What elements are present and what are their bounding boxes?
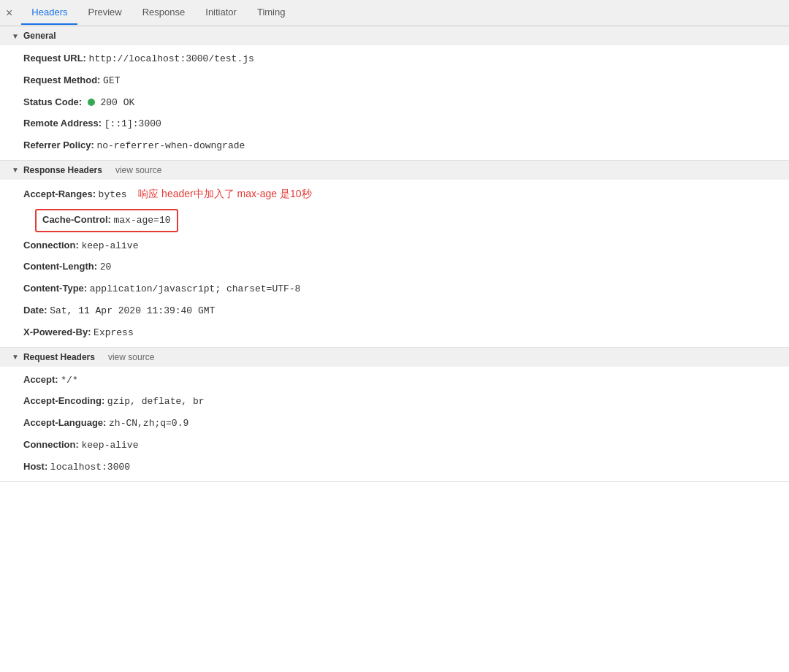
request-headers-triangle: ▼ [12,353,19,361]
field-date: Date: Sat, 11 Apr 2020 11:39:40 GMT [0,300,789,322]
general-fields: Request URL: http://localhost:3000/test.… [0,45,789,160]
response-headers-view-source[interactable]: view source [115,165,161,175]
tab-timing[interactable]: Timing [247,1,296,25]
field-value-accept-language-val: zh-CN,zh;q=0.9 [109,418,188,429]
field-name-content-length: Content-Length: [23,261,97,272]
field-name-x-powered-by: X-Powered-By: [23,327,91,337]
field-request-method: Request Method: GET [0,70,789,92]
field-content-type: Content-Type: application/javascript; ch… [0,278,789,300]
field-name-status: Status Code: [23,96,82,107]
field-req-connection: Connection: keep-alive [0,435,789,457]
cache-control-highlight-box: Cache-Control: max-age=10 [35,209,178,232]
field-value-x-powered-by-val: Express [94,327,134,338]
field-name-cache-control: Cache-Control: [42,214,111,225]
annotation-max-age: 响应 header中加入了 max-age 是10秒 [138,188,311,199]
response-headers-section-header[interactable]: ▼ Response Headers view source [0,161,789,180]
field-name-accept-encoding: Accept-Encoding: [23,395,104,406]
tab-response[interactable]: Response [132,1,196,25]
field-content-length: Content-Length: 20 [0,256,789,278]
field-value-accept-ranges-val: bytes [99,189,127,200]
request-headers-section-header[interactable]: ▼ Request Headers view source [0,348,789,367]
general-triangle: ▼ [12,32,19,40]
field-accept: Accept: */* [0,370,789,392]
field-name-request-url: Request URL: [23,53,86,64]
field-x-powered-by: X-Powered-By: Express [0,322,789,344]
field-value-accept-encoding-val: gzip, deflate, br [107,396,205,407]
field-value-cache-control-val: max-age=10 [114,215,171,226]
response-headers-section: ▼ Response Headers view source Accept-Ra… [0,161,789,348]
field-value-req-connection-val: keep-alive [81,440,138,451]
field-value-content-type-val: application/javascript; charset=UTF-8 [90,283,301,294]
field-value-content-length-val: 20 [100,261,112,272]
field-request-url: Request URL: http://localhost:3000/test.… [0,48,789,70]
field-value-referrer-val: no-referrer-when-downgrade [96,140,245,151]
field-cache-control-wrapper: Cache-Control: max-age=10 [0,206,789,235]
field-value-status: 200 OK [100,97,134,108]
field-accept-language: Accept-Language: zh-CN,zh;q=0.9 [0,413,789,435]
request-headers-title: Request Headers [23,352,95,362]
response-headers-fields: Accept-Ranges: bytes 响应 header中加入了 max-a… [0,180,789,347]
content-area: ▼ General Request URL: http://localhost:… [0,26,789,672]
field-name-accept-language: Accept-Language: [23,417,106,428]
field-name-connection: Connection: [23,240,79,251]
general-section: ▼ General Request URL: http://localhost:… [0,26,789,161]
field-connection: Connection: keep-alive [0,235,789,257]
tab-initiator[interactable]: Initiator [195,1,247,25]
field-name-host: Host: [23,461,47,472]
field-name-date: Date: [23,305,47,316]
request-headers-fields: Accept: */* Accept-Encoding: gzip, defla… [0,367,789,481]
request-headers-section: ▼ Request Headers view source Accept: */… [0,348,789,482]
response-headers-title: Response Headers [23,165,102,175]
tab-headers[interactable]: Headers [21,1,77,25]
field-name-content-type: Content-Type: [23,283,87,294]
field-value-accept-val: */* [61,375,77,386]
field-name-request-method: Request Method: [23,75,100,85]
field-value-host-val: localhost:3000 [50,462,130,473]
general-section-header[interactable]: ▼ General [0,26,789,45]
field-value-request-url-val: http://localhost:3000/test.js [89,53,254,64]
field-remote-address: Remote Address: [::1]:3000 [0,113,789,135]
field-name-accept-ranges: Accept-Ranges: [23,188,96,199]
status-dot-icon [88,99,95,106]
field-value-date-val: Sat, 11 Apr 2020 11:39:40 GMT [50,305,215,316]
field-host: Host: localhost:3000 [0,457,789,478]
request-headers-view-source[interactable]: view source [108,352,154,362]
field-name-remote: Remote Address: [23,118,102,129]
field-name-req-connection: Connection: [23,439,79,450]
close-icon[interactable]: × [6,7,12,19]
tab-preview[interactable]: Preview [77,1,132,25]
field-value-remote-val: [::1]:3000 [104,118,161,129]
field-accept-ranges: Accept-Ranges: bytes 响应 header中加入了 max-a… [0,183,789,206]
field-name-referrer: Referrer Policy: [23,140,94,150]
field-name-accept: Accept: [23,374,58,385]
field-value-connection-val: keep-alive [81,240,138,251]
field-accept-encoding: Accept-Encoding: gzip, deflate, br [0,391,789,413]
field-status-code: Status Code: 200 OK [0,92,789,114]
field-referrer-policy: Referrer Policy: no-referrer-when-downgr… [0,135,789,157]
general-title: General [23,31,56,41]
field-value-method-val: GET [103,75,120,86]
tab-bar: × Headers Preview Response Initiator Tim… [0,0,789,26]
response-headers-triangle: ▼ [12,166,19,174]
